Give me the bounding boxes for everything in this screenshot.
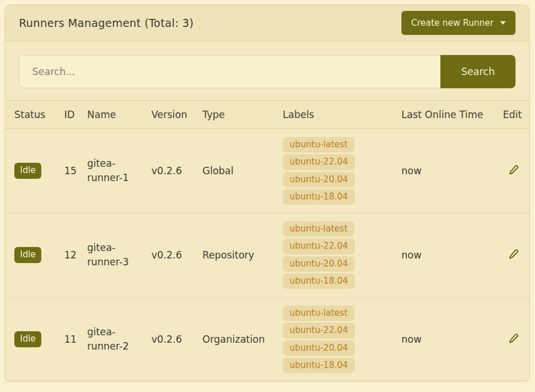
chevron-down-icon: [500, 21, 506, 25]
table-header-row: Status ID Name Version Type Labels Last …: [5, 101, 529, 129]
runner-label: ubuntu-latest: [283, 137, 354, 152]
last-online-time: now: [397, 213, 498, 297]
column-header-last-online-time: Last Online Time: [397, 101, 498, 129]
column-header-edit: Edit: [498, 101, 529, 129]
runner-name: gitea-runner-1: [83, 129, 147, 213]
pencil-icon: [507, 164, 520, 176]
panel-header: Runners Management (Total: 3) Create new…: [5, 5, 530, 41]
runner-label: ubuntu-18.04: [283, 273, 355, 289]
column-header-status: Status: [5, 101, 60, 129]
runner-name: gitea-runner-3: [83, 213, 147, 297]
runner-type: Repository: [198, 213, 278, 297]
search-bar: Search: [19, 55, 516, 88]
pencil-icon: [507, 248, 520, 260]
status-badge: Idle: [14, 163, 41, 179]
runner-name: gitea-runner-2: [83, 297, 147, 382]
column-header-id: ID: [60, 101, 83, 129]
runner-label: ubuntu-20.04: [283, 340, 355, 356]
edit-runner-button[interactable]: [503, 164, 520, 176]
create-new-runner-label: Create new Runner: [411, 18, 494, 28]
runner-version: v0.2.6: [147, 213, 198, 297]
runner-label: ubuntu-22.04: [283, 238, 355, 254]
labels-list: ubuntu-latestubuntu-22.04ubuntu-20.04ubu…: [283, 137, 392, 205]
panel-body: Search Status ID Name Version Type Label…: [5, 41, 530, 382]
pencil-icon: [507, 332, 520, 344]
runner-id: 11: [60, 297, 83, 382]
runners-management-panel: Runners Management (Total: 3) Create new…: [5, 5, 530, 382]
runner-type: Global: [198, 129, 278, 213]
runner-type: Organization: [198, 297, 278, 382]
runner-label: ubuntu-latest: [283, 221, 354, 237]
runner-label: ubuntu-18.04: [283, 358, 355, 373]
runner-label: ubuntu-18.04: [283, 189, 355, 205]
runner-label: ubuntu-20.04: [283, 172, 355, 187]
edit-runner-button[interactable]: [503, 332, 520, 344]
last-online-time: now: [397, 129, 498, 213]
search-input[interactable]: [19, 55, 440, 88]
table-row: Idle 11 gitea-runner-2 v0.2.6 Organizati…: [5, 297, 529, 382]
runner-label: ubuntu-22.04: [283, 323, 355, 338]
status-badge: Idle: [14, 331, 41, 347]
table-row: Idle 12 gitea-runner-3 v0.2.6 Repository…: [5, 213, 529, 297]
create-new-runner-button[interactable]: Create new Runner: [401, 11, 516, 35]
runner-version: v0.2.6: [147, 129, 198, 213]
runner-label: ubuntu-20.04: [283, 256, 355, 272]
page-title: Runners Management (Total: 3): [19, 17, 194, 29]
edit-runner-button[interactable]: [503, 248, 520, 260]
runners-table: Status ID Name Version Type Labels Last …: [5, 100, 529, 381]
column-header-version: Version: [147, 101, 198, 129]
column-header-labels: Labels: [278, 101, 397, 129]
labels-list: ubuntu-latestubuntu-22.04ubuntu-20.04ubu…: [283, 305, 392, 373]
labels-list: ubuntu-latestubuntu-22.04ubuntu-20.04ubu…: [283, 221, 392, 289]
search-button[interactable]: Search: [440, 55, 516, 88]
table-row: Idle 15 gitea-runner-1 v0.2.6 Global ubu…: [5, 129, 529, 213]
runner-id: 12: [60, 213, 83, 297]
runner-id: 15: [60, 129, 83, 213]
runner-label: ubuntu-latest: [283, 305, 354, 321]
runner-label: ubuntu-22.04: [283, 154, 355, 170]
column-header-name: Name: [83, 101, 147, 129]
runner-version: v0.2.6: [147, 297, 198, 382]
last-online-time: now: [397, 297, 498, 382]
column-header-type: Type: [198, 101, 278, 129]
status-badge: Idle: [14, 247, 41, 263]
